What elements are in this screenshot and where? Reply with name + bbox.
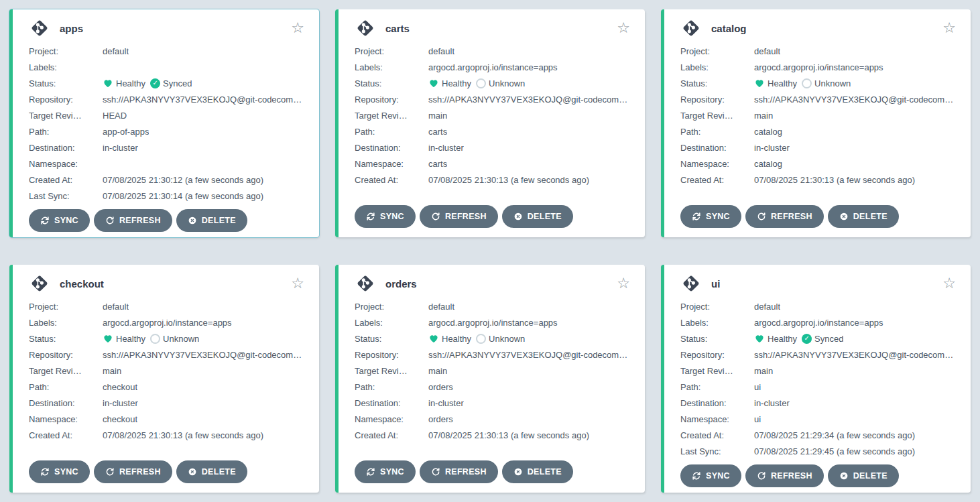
last-sync-value: 07/08/2025 21:29:45 (a few seconds ago) (754, 446, 915, 456)
last-sync-label: Last Sync: (680, 446, 754, 456)
delete-button[interactable]: DELETE (502, 460, 573, 483)
delete-button[interactable]: DELETE (828, 205, 899, 228)
target-revision-label: Target Revi… (29, 366, 103, 376)
card-header: checkout ☆ (29, 273, 304, 294)
namespace-label: Namespace: (29, 414, 103, 424)
project-value: default (754, 302, 780, 312)
labels-value: argocd.argoproj.io/instance=apps (428, 318, 558, 328)
repository-value: ssh://APKA3NYVY37VEX3EKOJQ@git-codecom… (103, 350, 302, 360)
favorite-star-icon[interactable]: ☆ (617, 21, 630, 36)
delete-button[interactable]: DELETE (176, 209, 247, 232)
namespace-label: Namespace: (355, 159, 428, 169)
path-label: Path: (355, 127, 428, 137)
project-label: Project: (29, 302, 103, 312)
status-value: Healthy Unknown (428, 78, 525, 88)
created-at-label: Created At: (355, 430, 428, 440)
sync-button[interactable]: SYNC (29, 209, 90, 232)
refresh-button[interactable]: REFRESH (745, 464, 824, 487)
repository-label: Repository: (355, 350, 428, 360)
refresh-button[interactable]: REFRESH (94, 460, 172, 483)
status-value: Healthy Unknown (103, 333, 199, 344)
created-at-value: 07/08/2025 21:30:13 (a few seconds ago) (754, 175, 915, 185)
sync-status-icon (802, 78, 812, 88)
redo-arrow-icon (431, 212, 440, 221)
project-label: Project: (680, 46, 754, 56)
destination-label: Destination: (680, 143, 754, 153)
path-label: Path: (29, 127, 103, 137)
health-text: Healthy (768, 78, 797, 88)
favorite-star-icon[interactable]: ☆ (291, 276, 304, 291)
sync-button[interactable]: SYNC (680, 205, 741, 228)
app-card-checkout[interactable]: checkout ☆ Project:default Labels:argocd… (9, 265, 319, 493)
app-card-catalog[interactable]: catalog ☆ Project:default Labels:argocd.… (661, 9, 971, 237)
health-text: Healthy (768, 334, 797, 344)
favorite-star-icon[interactable]: ☆ (291, 21, 304, 36)
repository-label: Repository: (355, 95, 428, 105)
labels-label: Labels: (29, 318, 103, 328)
status-label: Status: (29, 78, 103, 88)
health-text: Healthy (116, 334, 145, 344)
refresh-button[interactable]: REFRESH (420, 205, 498, 228)
refresh-button[interactable]: REFRESH (420, 460, 498, 483)
favorite-star-icon[interactable]: ☆ (942, 276, 956, 291)
favorite-star-icon[interactable]: ☆ (617, 276, 630, 291)
namespace-label: Namespace: (29, 159, 103, 169)
repository-label: Repository: (680, 95, 754, 105)
sync-status-icon (476, 78, 486, 88)
delete-button-label: DELETE (853, 212, 887, 221)
delete-button[interactable]: DELETE (502, 205, 573, 228)
repository-value: ssh://APKA3NYVY37VEX3EKOJQ@git-codecom… (103, 95, 302, 105)
destination-value: in-cluster (103, 143, 138, 153)
app-name: checkout (60, 278, 104, 290)
redo-arrow-icon (105, 467, 115, 477)
created-at-label: Created At: (29, 175, 103, 185)
delete-button[interactable]: DELETE (176, 460, 247, 483)
path-value: carts (428, 127, 447, 137)
path-value: catalog (754, 127, 782, 137)
favorite-star-icon[interactable]: ☆ (942, 21, 956, 36)
sync-button[interactable]: SYNC (29, 460, 90, 483)
delete-button[interactable]: DELETE (828, 464, 899, 487)
applications-tiles-grid: apps ☆ Project:default Labels: Status: H… (9, 9, 971, 493)
sync-status-text: Synced (163, 78, 192, 88)
card-actions: SYNC REFRESH DELETE (29, 204, 304, 232)
refresh-button[interactable]: REFRESH (745, 205, 824, 228)
sync-status-icon (802, 334, 812, 344)
namespace-value: orders (428, 414, 453, 424)
application-icon (29, 273, 50, 294)
app-card-orders[interactable]: orders ☆ Project:default Labels:argocd.a… (335, 265, 645, 493)
target-revision-label: Target Revi… (680, 111, 754, 121)
app-card-ui[interactable]: ui ☆ Project:default Labels:argocd.argop… (661, 265, 971, 493)
status-label: Status: (680, 334, 754, 344)
project-label: Project: (355, 46, 428, 56)
status-label: Status: (355, 78, 428, 88)
destination-label: Destination: (355, 398, 428, 408)
sync-button-label: SYNC (706, 212, 730, 221)
project-value: default (103, 302, 129, 312)
times-circle-icon (839, 212, 849, 221)
target-revision-value: main (754, 366, 773, 376)
project-value: default (428, 302, 454, 312)
app-name: apps (60, 23, 83, 34)
target-revision-value: main (428, 366, 447, 376)
sync-button[interactable]: SYNC (355, 205, 416, 228)
health-heart-icon (103, 333, 113, 344)
app-card-carts[interactable]: carts ☆ Project:default Labels:argocd.ar… (335, 9, 645, 237)
sync-status-text: Unknown (489, 78, 525, 88)
times-circle-icon (188, 467, 197, 477)
destination-value: in-cluster (754, 143, 790, 153)
target-revision-label: Target Revi… (355, 366, 428, 376)
sync-arrows-icon (40, 467, 50, 477)
times-circle-icon (839, 471, 849, 481)
refresh-button[interactable]: REFRESH (94, 209, 172, 232)
application-icon (355, 273, 376, 294)
namespace-value: catalog (754, 159, 782, 169)
created-at-value: 07/08/2025 21:30:13 (a few seconds ago) (103, 430, 263, 440)
sync-status-text: Unknown (489, 334, 525, 344)
app-card-apps[interactable]: apps ☆ Project:default Labels: Status: H… (9, 9, 319, 237)
application-icon (355, 17, 376, 39)
sync-button-label: SYNC (54, 216, 78, 225)
sync-button[interactable]: SYNC (355, 460, 416, 483)
sync-button[interactable]: SYNC (680, 464, 741, 487)
health-heart-icon (428, 78, 439, 88)
